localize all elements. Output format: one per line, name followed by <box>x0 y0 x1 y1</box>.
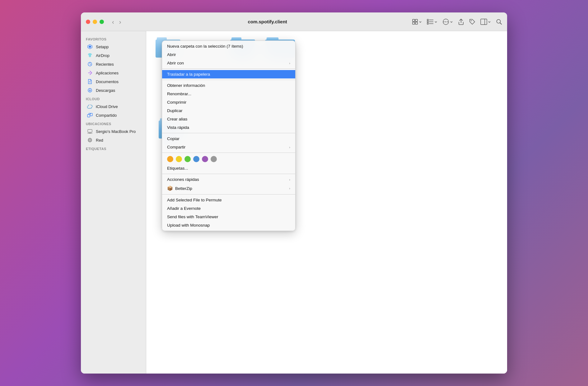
menu-item-duplicar[interactable]: Duplicar <box>162 106 295 115</box>
menu-item-anadir-evernote[interactable]: Añadir a Evernote <box>162 204 295 213</box>
menu-item-add-permute[interactable]: Add Selected File to Permute <box>162 196 295 204</box>
sidebar-item-recientes[interactable]: Recientes <box>82 60 145 68</box>
menu-label-comprimir: Comprimir <box>167 100 186 105</box>
color-dot-yellow[interactable] <box>176 156 182 162</box>
menu-item-betterzip[interactable]: 📦 BetterZip › <box>162 184 295 193</box>
svg-point-11 <box>446 21 446 22</box>
svg-point-21 <box>89 55 91 57</box>
svg-rect-1 <box>415 19 418 21</box>
panel-icon[interactable] <box>480 19 491 25</box>
menu-label-renombrar: Renombrar... <box>167 92 191 96</box>
window-title: com.spotify.client <box>127 19 408 24</box>
sidebar-section-etiquetas: Etiquetas <box>81 144 146 152</box>
menu-item-abrir-con[interactable]: Abrir con › <box>162 59 295 67</box>
svg-rect-6 <box>427 23 428 24</box>
svg-rect-3 <box>415 22 418 24</box>
svg-line-18 <box>500 23 502 24</box>
separator-1 <box>162 68 295 69</box>
svg-rect-15 <box>481 19 487 25</box>
svg-rect-4 <box>427 19 428 21</box>
menu-item-renombrar[interactable]: Renombrar... <box>162 90 295 98</box>
betterzip-content: 📦 BetterZip <box>167 186 192 191</box>
red-icon <box>87 137 93 143</box>
betterzip-chevron: › <box>289 186 290 190</box>
svg-rect-27 <box>87 115 90 117</box>
macbook-icon <box>87 129 93 134</box>
acciones-rapidas-chevron: › <box>289 178 290 181</box>
svg-rect-28 <box>90 113 92 116</box>
sidebar-item-macbook[interactable]: Sergio's MacBook Pro <box>82 127 145 136</box>
macbook-label: Sergio's MacBook Pro <box>96 129 136 134</box>
menu-label-teamviewer: Send files with TeamViewer <box>167 214 218 219</box>
share-icon[interactable] <box>458 18 464 25</box>
menu-item-acciones-rapidas[interactable]: Acciones rápidas › <box>162 175 295 184</box>
sidebar-item-aplicaciones[interactable]: Aplicaciones <box>82 68 145 77</box>
compartido-label: Compartido <box>96 113 117 118</box>
separator-4 <box>162 153 295 153</box>
menu-item-vista-rapida[interactable]: Vista rápida <box>162 123 295 132</box>
menu-label-trasladar: Trasladar a la papelera <box>167 72 210 77</box>
menu-item-trasladar[interactable]: Trasladar a la papelera <box>162 70 295 78</box>
minimize-button[interactable] <box>93 20 97 24</box>
separator-2 <box>162 80 295 80</box>
color-dot-orange[interactable] <box>167 156 173 162</box>
menu-item-teamviewer[interactable]: Send files with TeamViewer <box>162 213 295 221</box>
setapp-label: Setapp <box>96 45 109 49</box>
menu-colors-row <box>162 154 295 164</box>
menu-item-copiar[interactable]: Copiar <box>162 134 295 143</box>
sidebar-item-compartido[interactable]: Compartido <box>82 111 145 120</box>
airdrop-icon <box>87 53 93 58</box>
svg-rect-0 <box>413 19 415 21</box>
menu-item-obtener-info[interactable]: Obtener información <box>162 81 295 90</box>
color-dot-green[interactable] <box>184 156 191 162</box>
separator-3 <box>162 133 295 133</box>
recientes-icon <box>87 61 93 67</box>
setapp-icon <box>87 44 93 49</box>
tag-icon[interactable] <box>469 19 475 25</box>
menu-item-abrir[interactable]: Abrir <box>162 50 295 59</box>
menu-label-obtener-info: Obtener información <box>167 83 205 88</box>
view-grid-icon[interactable] <box>412 19 422 25</box>
sidebar-item-documentos[interactable]: Documentos <box>82 77 145 86</box>
sidebar-item-icloud-drive[interactable]: iCloud Drive <box>82 102 145 111</box>
view-list-icon[interactable] <box>427 19 437 25</box>
menu-label-new-folder: Nueva carpeta con la selección (7 ítems) <box>167 44 243 49</box>
menu-label-anadir-evernote: Añadir a Evernote <box>167 206 201 211</box>
color-dot-gray[interactable] <box>211 156 217 162</box>
color-dot-purple[interactable] <box>202 156 208 162</box>
separator-5 <box>162 174 295 174</box>
airdrop-label: AirDrop <box>96 53 110 58</box>
menu-item-comprimir[interactable]: Comprimir <box>162 98 295 106</box>
color-dot-blue[interactable] <box>193 156 199 162</box>
menu-item-crear-alias[interactable]: Crear alias <box>162 115 295 123</box>
maximize-button[interactable] <box>100 20 104 24</box>
close-button[interactable] <box>86 20 90 24</box>
file-area: Br ache.db-wal Data f <box>146 31 507 374</box>
forward-button[interactable]: › <box>117 17 123 26</box>
search-icon[interactable] <box>496 19 502 25</box>
menu-label-abrir: Abrir <box>167 52 176 57</box>
nav-buttons: ‹ › <box>110 17 123 26</box>
menu-item-etiquetas[interactable]: Etiquetas... <box>162 164 295 172</box>
sidebar-item-airdrop[interactable]: AirDrop <box>82 51 145 60</box>
menu-item-new-folder[interactable]: Nueva carpeta con la selección (7 ítems) <box>162 42 295 50</box>
red-label: Red <box>96 138 103 143</box>
aplicaciones-icon <box>87 70 93 76</box>
sidebar-item-red[interactable]: Red <box>82 136 145 144</box>
sidebar-item-setapp[interactable]: Setapp <box>82 42 145 51</box>
descargas-label: Descargas <box>96 88 115 93</box>
svg-rect-5 <box>427 21 428 22</box>
documentos-label: Documentos <box>96 79 119 84</box>
traffic-lights <box>86 20 104 24</box>
back-button[interactable]: ‹ <box>110 17 116 26</box>
menu-item-compartir[interactable]: Compartir › <box>162 143 295 151</box>
menu-item-monosnap[interactable]: Upload with Monosnap <box>162 221 295 229</box>
actions-icon[interactable] <box>442 18 453 25</box>
sidebar-section-ubicaciones: Ubicaciones <box>81 120 146 127</box>
compartido-icon <box>87 112 93 118</box>
svg-rect-29 <box>88 129 92 132</box>
menu-label-crear-alias: Crear alias <box>167 117 187 121</box>
svg-point-14 <box>471 20 472 21</box>
sidebar-item-descargas[interactable]: Descargas <box>82 86 145 95</box>
svg-point-10 <box>444 21 445 22</box>
